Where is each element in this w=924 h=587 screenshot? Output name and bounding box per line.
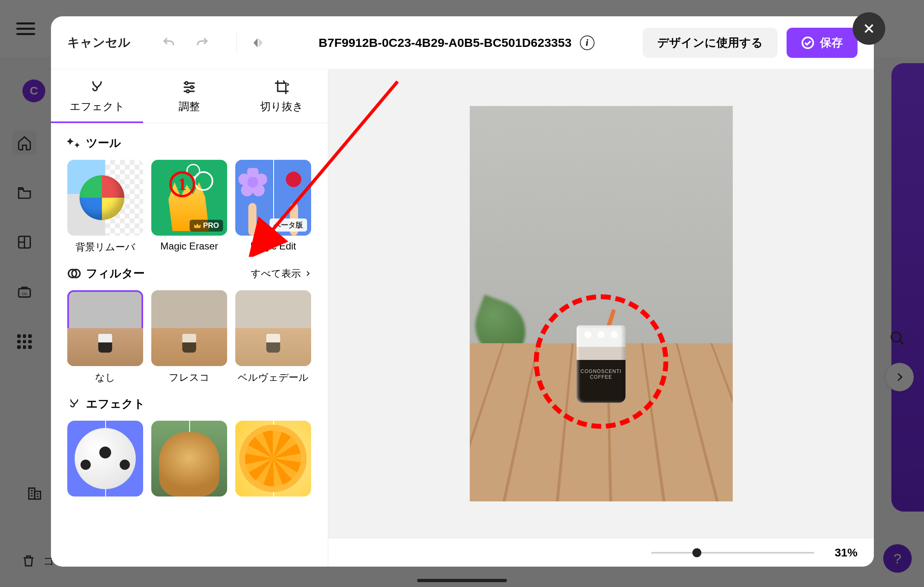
section-filters-title: フィルター: [86, 266, 145, 281]
effects-panel: エフェクト 調整 切り抜き ツール PR: [51, 69, 328, 567]
pro-badge: PRO: [190, 220, 223, 232]
editor-header: キャンセル B7F9912B-0C23-4B29-A0B5-BC501D6233…: [51, 16, 874, 69]
svg-point-9: [187, 90, 190, 93]
image-editor-modal: キャンセル B7F9912B-0C23-4B29-A0B5-BC501D6233…: [51, 16, 874, 567]
section-fx-title: エフェクト: [86, 396, 145, 412]
card-label: Magic Edit: [235, 241, 311, 252]
pro-badge: PRO: [106, 220, 139, 232]
filter-none[interactable]: なし: [67, 290, 143, 384]
tab-effects[interactable]: エフェクト: [51, 69, 143, 123]
card-label: Magic Eraser: [151, 241, 227, 252]
effect-3[interactable]: [235, 421, 311, 497]
undo-button[interactable]: [157, 31, 181, 55]
flip-button[interactable]: [246, 31, 270, 55]
zoom-value: 31%: [835, 546, 858, 559]
tool-magic-edit[interactable]: ベータ版 Magic Edit: [235, 160, 311, 254]
card-label: 背景リムーバ: [67, 241, 143, 254]
info-icon[interactable]: i: [580, 35, 595, 50]
svg-point-8: [191, 86, 194, 89]
cancel-button[interactable]: キャンセル: [67, 34, 130, 51]
annotation-number: 1: [169, 171, 195, 197]
zoom-slider[interactable]: [651, 552, 814, 554]
card-label: ベルヴェデール: [235, 371, 311, 384]
see-all-filters[interactable]: すべて表示: [251, 267, 312, 280]
tab-label: 調整: [179, 99, 200, 114]
section-tools-title: ツール: [86, 135, 121, 151]
beta-badge: ベータ版: [270, 218, 307, 232]
card-label: なし: [67, 371, 143, 384]
filter-fresco[interactable]: フレスコ: [151, 290, 227, 384]
home-indicator: [417, 579, 507, 582]
save-button[interactable]: 保存: [787, 28, 858, 58]
close-button[interactable]: [853, 12, 885, 45]
svg-point-7: [185, 82, 188, 85]
annotation-circle: [534, 294, 668, 429]
filter-belvedere[interactable]: ベルヴェデール: [235, 290, 311, 384]
tab-label: 切り抜き: [260, 99, 303, 114]
effect-1[interactable]: [67, 421, 143, 497]
card-label: フレスコ: [151, 371, 227, 384]
use-in-design-button[interactable]: デザインに使用する: [643, 28, 778, 58]
save-label: 保存: [820, 35, 843, 51]
tab-label: エフェクト: [70, 99, 125, 114]
redo-button[interactable]: [190, 31, 214, 55]
canvas-stage[interactable]: COGNOSCENTICOFFEE: [328, 69, 874, 538]
effect-2[interactable]: [151, 421, 227, 497]
tab-adjust[interactable]: 調整: [143, 69, 235, 123]
tab-crop[interactable]: 切り抜き: [236, 69, 328, 123]
tool-bg-remover[interactable]: PRO 背景リムーバ: [67, 160, 143, 254]
image-title: B7F9912B-0C23-4B29-A0B5-BC501D623353: [318, 36, 571, 50]
